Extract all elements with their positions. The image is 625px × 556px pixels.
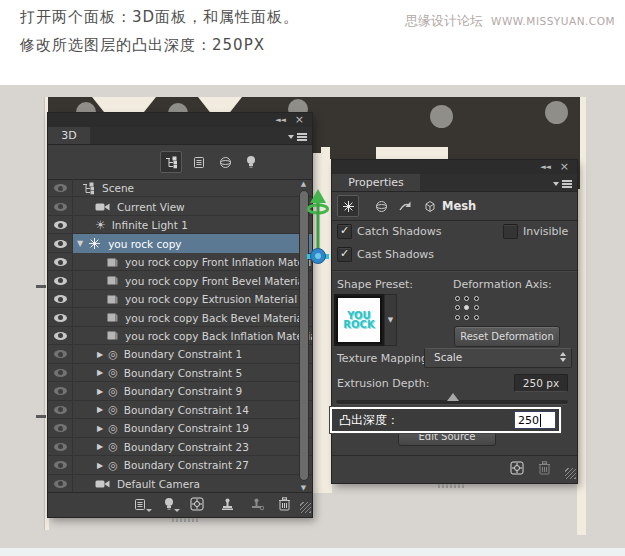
row-boundary-constraint[interactable]: ▶◎Boundary Constraint 9 (48, 382, 312, 400)
delete-button[interactable] (536, 460, 552, 476)
annotation-value-input[interactable]: 250 (514, 411, 556, 429)
slider-thumb[interactable] (447, 393, 459, 401)
close-panel-button[interactable]: × (560, 160, 569, 174)
filter-materials-button[interactable] (214, 151, 236, 173)
eye-icon (54, 277, 67, 285)
new-light-button[interactable] (161, 496, 177, 512)
row-current-view[interactable]: Current View (48, 197, 312, 215)
panel-resize-grip[interactable] (300, 502, 311, 513)
collapse-panel-button[interactable]: ◄◄ (275, 113, 286, 127)
stamp-circle-icon (251, 498, 264, 511)
3d-axis-gizmo[interactable] (303, 188, 333, 280)
mesh-section-button[interactable] (337, 195, 359, 217)
visibility-toggle[interactable] (48, 327, 73, 345)
expand-collapse-icon[interactable]: ▼ (77, 239, 83, 248)
properties-panel: ◄◄ × Properties (332, 160, 577, 483)
page-bottom-strip (0, 548, 625, 556)
row-infinite-light[interactable]: ☀Infinite Light 1 (48, 216, 312, 234)
visibility-toggle[interactable] (48, 253, 73, 271)
tab-properties[interactable]: Properties (332, 174, 420, 191)
delete-button[interactable] (276, 496, 292, 512)
visibility-toggle[interactable] (48, 382, 73, 400)
visibility-toggle[interactable] (48, 271, 73, 289)
visibility-toggle[interactable] (48, 179, 73, 197)
new-material-button[interactable] (132, 496, 148, 512)
3d-panel-menu-button[interactable] (288, 132, 308, 141)
row-boundary-constraint[interactable]: ▶◎Boundary Constraint 23 (48, 438, 312, 456)
cap-section-button[interactable] (394, 195, 416, 217)
extrusion-depth-value[interactable]: 250 px (514, 374, 568, 392)
row-boundary-constraint[interactable]: ▶◎Boundary Constraint 5 (48, 364, 312, 382)
expand-icon[interactable]: ▶ (97, 424, 103, 433)
properties-section-toolbar: Mesh (332, 192, 577, 221)
texture-mapping-select[interactable]: Scale (424, 348, 572, 368)
gizmo-box-icon (510, 461, 524, 475)
stamp-tool-button[interactable] (219, 496, 235, 512)
expand-icon[interactable]: ▶ (97, 368, 103, 377)
visibility-toggle[interactable] (48, 197, 73, 215)
expand-icon[interactable]: ▶ (97, 405, 103, 414)
extrusion-depth-slider[interactable] (336, 400, 568, 404)
filter-whole-scene-button[interactable] (160, 151, 182, 173)
constraint-icon: ◎ (108, 366, 118, 379)
properties-panel-menu-button[interactable] (553, 179, 573, 188)
visibility-toggle[interactable] (48, 234, 73, 252)
visibility-toggle[interactable] (48, 345, 73, 363)
stamp-secondary-button[interactable] (249, 496, 265, 512)
panel-drag-dots[interactable] (438, 484, 464, 488)
deformation-axis-control[interactable] (455, 296, 481, 322)
invisible-checkbox[interactable] (503, 224, 518, 239)
reset-deformation-button[interactable]: Reset Deformation (454, 326, 560, 347)
row-scene[interactable]: Scene (48, 179, 312, 197)
row-boundary-constraint[interactable]: ▶◎Boundary Constraint 14 (48, 401, 312, 419)
expand-icon[interactable]: ▶ (97, 461, 103, 470)
shape-preset-dropdown-button[interactable]: ▼ (384, 294, 397, 346)
row-material[interactable]: you rock copy Back Inflation Material (48, 327, 312, 345)
row-material[interactable]: you rock copy Extrusion Material (48, 290, 312, 308)
coordinates-section-button[interactable] (418, 195, 440, 217)
catch-shadows-checkbox[interactable]: ✓ (337, 224, 352, 239)
visibility-toggle[interactable] (48, 438, 73, 456)
expand-icon[interactable]: ▶ (97, 387, 103, 396)
scroll-down-button[interactable]: ▼ (297, 484, 310, 492)
visibility-toggle[interactable] (48, 456, 73, 474)
visibility-toggle[interactable] (48, 290, 73, 308)
eye-icon (54, 332, 67, 340)
scroll-up-button[interactable]: ▲ (297, 180, 310, 188)
panel-drag-dots[interactable] (172, 518, 200, 522)
gizmo-toggle-button[interactable] (189, 496, 205, 512)
expand-icon[interactable]: ▶ (97, 442, 103, 451)
visibility-toggle[interactable] (48, 401, 73, 419)
layer-label: you rock copy Front Inflation Material (125, 256, 312, 268)
eye-icon (54, 184, 67, 192)
row-boundary-constraint[interactable]: ▶◎Boundary Constraint 27 (48, 456, 312, 474)
gizmo-toggle-button[interactable] (509, 460, 525, 476)
deform-section-button[interactable] (370, 195, 392, 217)
visibility-toggle[interactable] (48, 475, 73, 493)
filter-lights-button[interactable] (240, 151, 262, 173)
visibility-toggle[interactable] (48, 419, 73, 437)
3d-panel-bottom-toolbar (48, 492, 312, 514)
expand-icon[interactable]: ▶ (97, 350, 103, 359)
filter-meshes-button[interactable] (188, 151, 210, 173)
row-boundary-constraint[interactable]: ▶◎Boundary Constraint 1 (48, 345, 312, 363)
row-you-rock-copy-selected[interactable]: ▼you rock copy (48, 234, 312, 252)
layer-label: you rock copy Back Inflation Material (125, 330, 312, 342)
row-material[interactable]: you rock copy Back Bevel Material (48, 308, 312, 326)
tab-3d[interactable]: 3D (48, 127, 90, 144)
row-material[interactable]: you rock copy Front Inflation Material (48, 253, 312, 271)
visibility-toggle[interactable] (48, 308, 73, 326)
collapse-panel-button[interactable]: ◄◄ (540, 160, 551, 174)
row-boundary-constraint[interactable]: ▶◎Boundary Constraint 19 (48, 419, 312, 437)
eye-icon (54, 203, 67, 211)
panel-resize-grip[interactable] (565, 468, 576, 479)
3d-panel: ◄◄ × 3D (48, 113, 312, 517)
visibility-toggle[interactable] (48, 216, 73, 234)
shape-preset-thumbnail[interactable]: YOU ROCK (334, 294, 384, 346)
layer-label: you rock copy Extrusion Material (125, 293, 297, 305)
row-default-camera[interactable]: Default Camera (48, 475, 312, 493)
visibility-toggle[interactable] (48, 364, 73, 382)
row-material[interactable]: you rock copy Front Bevel Material (48, 271, 312, 289)
close-panel-button[interactable]: × (295, 113, 304, 127)
cast-shadows-checkbox[interactable]: ✓ (337, 247, 352, 262)
